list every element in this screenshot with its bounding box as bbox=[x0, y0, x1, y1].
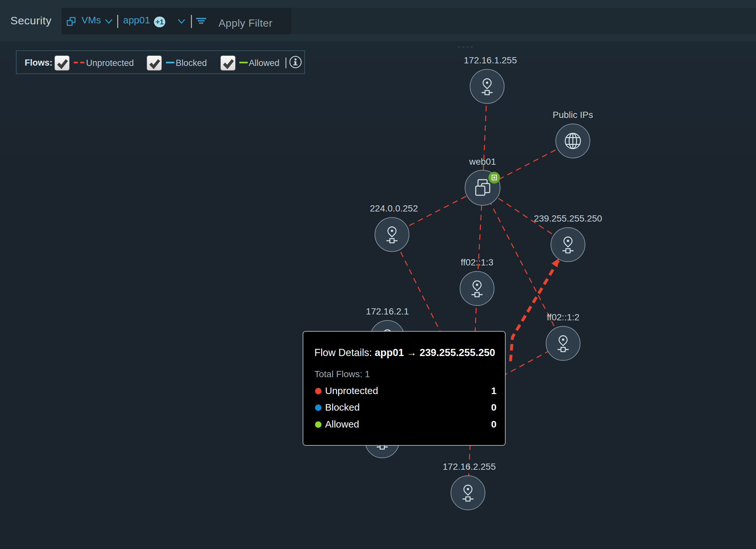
svg-text:172.16.1.255: 172.16.1.255 bbox=[464, 55, 517, 65]
svg-text:Public IPs: Public IPs bbox=[553, 110, 593, 120]
svg-text:ff02::1:2: ff02::1:2 bbox=[547, 312, 580, 322]
svg-text:ff02::1:3: ff02::1:3 bbox=[461, 257, 494, 267]
svg-text:239.255.255.250: 239.255.255.250 bbox=[534, 213, 602, 223]
svg-text:172.16.2.1: 172.16.2.1 bbox=[366, 306, 409, 317]
svg-text:web01: web01 bbox=[469, 156, 496, 167]
svg-text:172.16.2.255: 172.16.2.255 bbox=[443, 462, 496, 472]
svg-text:224.0.0.252: 224.0.0.252 bbox=[370, 203, 418, 213]
